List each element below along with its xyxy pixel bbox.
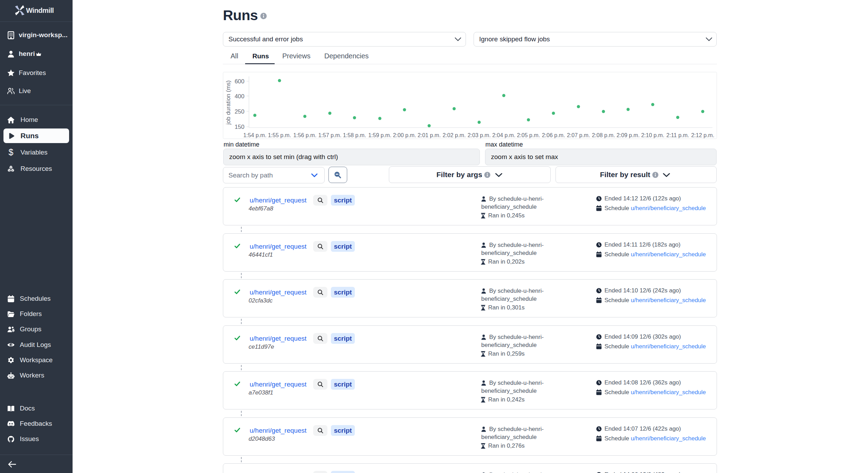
svg-text:1:55 p.m.: 1:55 p.m. — [268, 132, 291, 138]
svg-text:2:10 p.m.: 2:10 p.m. — [641, 132, 665, 138]
svg-text:1:54 p.m.: 1:54 p.m. — [243, 132, 267, 138]
svg-text:2:05 p.m.: 2:05 p.m. — [517, 132, 540, 138]
svg-text:2:03 p.m.: 2:03 p.m. — [468, 132, 491, 138]
svg-text:2:04 p.m.: 2:04 p.m. — [492, 132, 516, 138]
svg-text:job duration (ms): job duration (ms) — [225, 80, 232, 125]
svg-text:2:11 p.m.: 2:11 p.m. — [666, 132, 689, 138]
svg-text:2:07 p.m.: 2:07 p.m. — [567, 132, 590, 138]
svg-text:1:57 p.m.: 1:57 p.m. — [318, 132, 342, 138]
svg-text:2:02 p.m.: 2:02 p.m. — [443, 132, 466, 138]
svg-text:150: 150 — [235, 124, 244, 130]
svg-text:2:06 p.m.: 2:06 p.m. — [542, 132, 565, 138]
svg-text:2:08 p.m.: 2:08 p.m. — [592, 132, 615, 138]
svg-text:2:09 p.m.: 2:09 p.m. — [617, 132, 640, 138]
svg-text:1:59 p.m.: 1:59 p.m. — [368, 132, 392, 138]
svg-text:2:12 p.m.: 2:12 p.m. — [691, 132, 715, 138]
svg-text:400: 400 — [235, 93, 244, 100]
svg-text:2:01 p.m.: 2:01 p.m. — [418, 132, 441, 138]
svg-text:250: 250 — [235, 108, 244, 115]
svg-text:$: $ — [9, 148, 14, 157]
svg-text:600: 600 — [235, 78, 244, 85]
svg-text:1:56 p.m.: 1:56 p.m. — [293, 132, 317, 138]
svg-text:2:00 p.m.: 2:00 p.m. — [393, 132, 416, 138]
svg-text:1:58 p.m.: 1:58 p.m. — [343, 132, 366, 138]
